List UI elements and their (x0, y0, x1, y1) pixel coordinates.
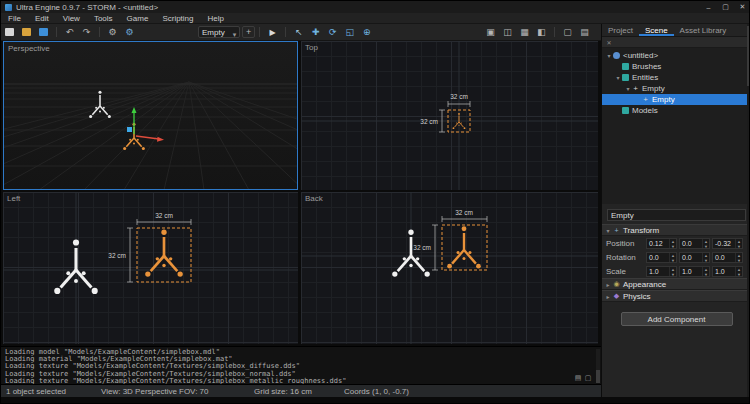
coordinate-space-button[interactable] (359, 26, 374, 39)
open-button[interactable] (19, 26, 34, 39)
entity-icon (632, 85, 639, 92)
scale-tool-button[interactable] (342, 26, 357, 39)
menu-game[interactable]: Game (120, 13, 156, 24)
expander-icon[interactable] (604, 281, 612, 288)
physics-section-header[interactable]: Physics (602, 290, 750, 302)
viewport-top[interactable]: Top 32 cm 32 cm (301, 41, 598, 190)
spin-down-button[interactable]: ▼ (703, 258, 709, 263)
tree-item-models[interactable]: Models (602, 105, 750, 116)
rotation-x-input[interactable]: 0.0 ▲▼ (646, 252, 677, 263)
scene-tree[interactable]: <untitled> Brushes Entities Empty Empty (602, 48, 750, 204)
console-log[interactable]: Loading model "Models/ExampleContent/sim… (1, 346, 601, 384)
save-button[interactable] (36, 26, 51, 39)
menu-scripting[interactable]: Scripting (155, 13, 200, 24)
position-y-value: 0.0 (680, 239, 702, 248)
viewport-label: Top (305, 43, 318, 52)
spin-down-button[interactable]: ▼ (670, 244, 676, 249)
gizmo-z-handle[interactable] (127, 127, 132, 132)
tree-item-brushes[interactable]: Brushes (602, 61, 750, 72)
expander-icon[interactable] (604, 227, 612, 234)
expander-icon[interactable] (614, 74, 622, 81)
tree-item-label: <untitled> (623, 51, 658, 60)
tree-item-label: Entities (632, 73, 658, 82)
spin-down-button[interactable]: ▼ (703, 272, 709, 277)
spin-down-button[interactable]: ▼ (670, 272, 676, 277)
section-title: Appearance (623, 280, 666, 289)
select-tool-button[interactable] (291, 26, 306, 39)
appearance-section-header[interactable]: Appearance (602, 278, 750, 290)
spinner: ▲▼ (669, 239, 676, 248)
menu-tools[interactable]: Tools (87, 13, 120, 24)
console-toggle-button[interactable] (577, 26, 592, 39)
tree-item-empty-selected[interactable]: Empty (602, 94, 750, 105)
layout-single-button[interactable] (483, 26, 498, 39)
spin-down-button[interactable]: ▼ (736, 272, 742, 277)
console-scrollbar[interactable] (596, 349, 600, 383)
spin-down-button[interactable]: ▼ (703, 244, 709, 249)
minimize-button[interactable] (700, 1, 717, 13)
rotation-z-input[interactable]: 0.0 ▲▼ (712, 252, 743, 263)
scale-y-input[interactable]: 1.0 ▲▼ (679, 266, 710, 277)
title-bar[interactable]: Ultra Engine 0.9.7 - STORM - <untitled> (1, 1, 750, 13)
tree-item-untitled[interactable]: <untitled> (602, 50, 750, 61)
create-entity-button[interactable] (242, 26, 255, 38)
rotate-tool-button[interactable] (325, 26, 340, 39)
spinner: ▲▼ (702, 267, 709, 276)
viewport-back[interactable]: Back 32 cm 32 cm (301, 192, 598, 344)
entity-marker-selected[interactable] (447, 226, 481, 268)
spinner: ▲▼ (702, 239, 709, 248)
tab-asset-library[interactable]: Asset Library (674, 24, 733, 36)
menu-edit[interactable]: Edit (28, 13, 56, 24)
scale-x-input[interactable]: 1.0 ▲▼ (646, 266, 677, 277)
entity-name-input[interactable] (607, 209, 746, 221)
tab-project[interactable]: Project (602, 24, 639, 36)
delete-entity-button[interactable] (604, 38, 614, 47)
fullscreen-viewport-button[interactable] (560, 26, 575, 39)
play-button[interactable] (265, 26, 280, 39)
menu-view[interactable]: View (56, 13, 87, 24)
expander-icon[interactable] (604, 293, 612, 300)
tab-scene[interactable]: Scene (639, 24, 674, 36)
undo-button[interactable] (62, 26, 77, 39)
tree-item-entities[interactable]: Entities (602, 72, 750, 83)
copy-log-button[interactable] (573, 373, 583, 382)
scrollbar-thumb[interactable] (596, 370, 600, 383)
add-component-button[interactable]: Add Component (621, 312, 733, 326)
world-icon (613, 52, 620, 59)
new-file-button[interactable] (2, 26, 17, 39)
scale-z-input[interactable]: 1.0 ▲▼ (712, 266, 743, 277)
gizmo-x-arrow (157, 137, 164, 142)
spin-down-button[interactable]: ▼ (670, 258, 676, 263)
position-y-input[interactable]: 0.0 ▲▼ (679, 238, 710, 249)
panel-tabs: Project Scene Asset Library (602, 24, 750, 37)
rotation-y-input[interactable]: 0.0 ▲▼ (679, 252, 710, 263)
folder-icon (622, 74, 629, 81)
tree-item-empty-parent[interactable]: Empty (602, 83, 750, 94)
layout-four-pane-button[interactable] (517, 26, 532, 39)
clear-log-button[interactable] (583, 373, 593, 382)
menu-help[interactable]: Help (201, 13, 231, 24)
spin-down-button[interactable]: ▼ (736, 244, 742, 249)
settings-button[interactable] (105, 26, 120, 39)
transform-section-header[interactable]: Transform (602, 224, 750, 236)
options-button[interactable] (122, 26, 137, 39)
expander-icon[interactable] (605, 52, 613, 59)
viewport-left[interactable]: Left 32 cm 32 cm (3, 192, 298, 344)
expander-icon[interactable] (624, 85, 632, 92)
viewport-perspective[interactable]: Perspective (3, 41, 298, 190)
spin-down-button[interactable]: ▼ (736, 258, 742, 263)
chevron-down-icon (233, 23, 237, 41)
menu-file[interactable]: File (1, 13, 28, 24)
rotation-z-value: 0.0 (713, 253, 735, 262)
position-x-input[interactable]: 0.12 ▲▼ (646, 238, 677, 249)
maximize-button[interactable] (717, 1, 734, 13)
entity-type-value: Empty (202, 28, 233, 37)
position-z-input[interactable]: -0.32 ▲▼ (712, 238, 743, 249)
toolbar-separator (56, 27, 57, 37)
close-button[interactable] (734, 1, 750, 13)
redo-button[interactable] (79, 26, 94, 39)
translate-tool-button[interactable] (308, 26, 323, 39)
layout-split-button[interactable] (534, 26, 549, 39)
entity-type-dropdown[interactable]: Empty (198, 26, 240, 38)
layout-two-pane-button[interactable] (500, 26, 515, 39)
